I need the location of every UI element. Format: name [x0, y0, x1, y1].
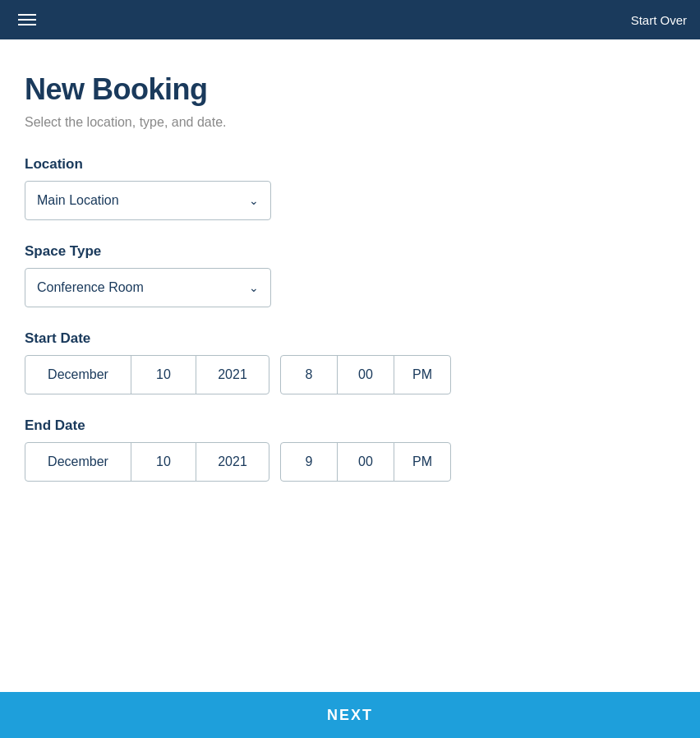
menu-bar-1: [18, 14, 36, 16]
main-content: New Booking Select the location, type, a…: [0, 39, 700, 603]
start-over-button[interactable]: Start Over: [631, 13, 687, 27]
header: Start Over: [0, 0, 700, 39]
page-title: New Booking: [25, 72, 675, 107]
start-date-row: December 10 2021 8 00 PM: [25, 355, 675, 394]
space-type-label: Space Type: [25, 243, 675, 260]
end-date-label: End Date: [25, 417, 675, 434]
location-dropdown[interactable]: Main Location ⌄: [25, 181, 271, 220]
end-date-row: December 10 2021 9 00 PM: [25, 442, 675, 482]
location-chevron-down-icon: ⌄: [249, 194, 259, 207]
space-type-dropdown[interactable]: Conference Room ⌄: [25, 268, 271, 307]
location-label: Location: [25, 156, 675, 173]
space-type-chevron-down-icon: ⌄: [249, 281, 259, 294]
start-date-section: Start Date December 10 2021 8 00 PM: [25, 330, 675, 394]
start-date-ampm[interactable]: PM: [394, 355, 451, 394]
start-date-month[interactable]: December: [25, 355, 131, 394]
end-date-minute[interactable]: 00: [337, 442, 394, 482]
space-type-selected-value: Conference Room: [37, 280, 144, 295]
menu-bar-2: [18, 19, 36, 21]
page-subtitle: Select the location, type, and date.: [25, 115, 675, 130]
start-date-label: Start Date: [25, 330, 675, 347]
end-date-day[interactable]: 10: [131, 442, 196, 482]
location-selected-value: Main Location: [37, 193, 119, 208]
footer: NEXT: [0, 692, 700, 738]
menu-bar-3: [18, 24, 36, 25]
end-date-section: End Date December 10 2021 9 00 PM: [25, 417, 675, 482]
location-section: Location Main Location ⌄: [25, 156, 675, 220]
menu-button[interactable]: [13, 9, 41, 30]
end-date-year[interactable]: 2021: [196, 442, 269, 482]
end-date-ampm[interactable]: PM: [394, 442, 451, 482]
end-date-month[interactable]: December: [25, 442, 131, 482]
space-type-section: Space Type Conference Room ⌄: [25, 243, 675, 307]
start-date-hour[interactable]: 8: [280, 355, 338, 394]
end-date-hour[interactable]: 9: [280, 442, 338, 482]
start-date-year[interactable]: 2021: [196, 355, 269, 394]
next-button[interactable]: NEXT: [0, 692, 700, 738]
start-date-day[interactable]: 10: [131, 355, 196, 394]
start-date-minute[interactable]: 00: [337, 355, 394, 394]
